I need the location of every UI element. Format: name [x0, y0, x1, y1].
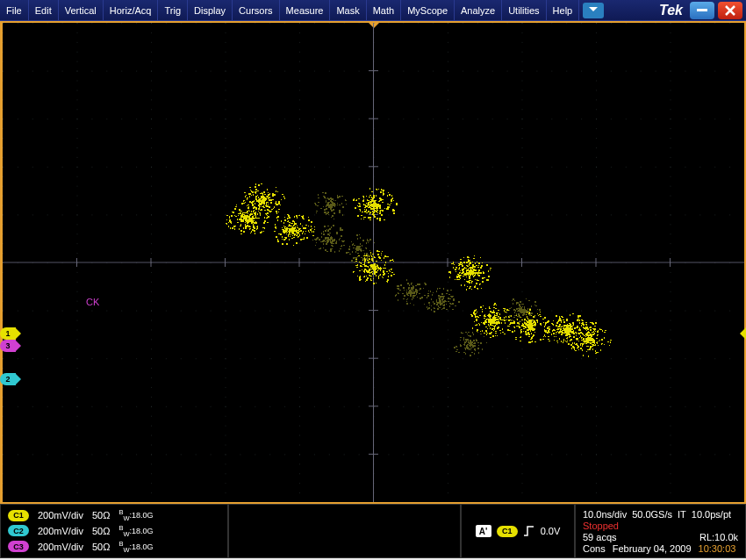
- spacer-panel: [228, 504, 461, 558]
- close-icon: [725, 5, 735, 16]
- ch1-badge: C1: [8, 510, 29, 521]
- brand-logo: Tek: [659, 3, 690, 18]
- menu-analyze[interactable]: Analyze: [455, 0, 502, 21]
- ch3-term: 50Ω: [92, 542, 110, 552]
- ch3-badge: C3: [8, 541, 29, 552]
- readout-bar: C1 200mV/div 50Ω BW:18.0G C2 200mV/div 5…: [0, 504, 746, 558]
- ch2-badge: C2: [8, 525, 29, 536]
- menu-horiz-acq[interactable]: Horiz/Acq: [104, 0, 159, 21]
- ch1-readout-row[interactable]: C1 200mV/div 50Ω BW:18.0G: [8, 508, 220, 522]
- minimize-button[interactable]: [690, 2, 714, 19]
- waveform-data: [3, 23, 744, 502]
- menu-display[interactable]: Display: [188, 0, 233, 21]
- menu-math[interactable]: Math: [367, 0, 401, 21]
- channel-readout-panel: C1 200mV/div 50Ω BW:18.0G C2 200mV/div 5…: [0, 504, 228, 558]
- menu-mask[interactable]: Mask: [330, 0, 366, 21]
- menu-help[interactable]: Help: [547, 0, 580, 21]
- acq-state: Stopped: [583, 521, 738, 531]
- ch2-readout-row[interactable]: C2 200mV/div 50Ω BW:18.0G: [8, 524, 220, 538]
- menu-dropdown-button[interactable]: [583, 3, 604, 18]
- svg-rect-0: [697, 9, 707, 11]
- ch2-term: 50Ω: [92, 526, 110, 536]
- trigger-a-badge: A': [476, 525, 491, 537]
- minimize-icon: [697, 9, 707, 11]
- trigger-level: 0.0V: [541, 526, 561, 536]
- menu-measure[interactable]: Measure: [280, 0, 331, 21]
- timebase-status-panel[interactable]: 10.0ns/div 50.0GS/s IT 10.0ps/pt Stopped…: [575, 504, 746, 558]
- timebase-line: 10.0ns/div 50.0GS/s IT 10.0ps/pt: [583, 509, 738, 520]
- menu-cursors[interactable]: Cursors: [233, 0, 280, 21]
- menu-edit[interactable]: Edit: [29, 0, 59, 21]
- acq-count-line: 59 acqsRL:10.0k: [583, 532, 738, 542]
- ch1-vdiv: 200mV/div: [38, 510, 83, 521]
- rising-edge-icon: [523, 525, 535, 537]
- menu-utilities[interactable]: Utilities: [502, 0, 546, 21]
- trigger-source-badge: C1: [497, 526, 518, 537]
- menubar: File Edit Vertical Horiz/Acq Trig Displa…: [0, 0, 746, 21]
- menu-myscope[interactable]: MyScope: [401, 0, 455, 21]
- ch2-vdiv: 200mV/div: [38, 526, 83, 536]
- ch1-term: 50Ω: [92, 510, 110, 521]
- menu-vertical[interactable]: Vertical: [59, 0, 104, 21]
- ch3-vdiv: 200mV/div: [38, 542, 83, 552]
- ch3-readout-row[interactable]: C3 200mV/div 50Ω BW:18.0G: [8, 540, 220, 554]
- trigger-readout-panel[interactable]: A' C1 0.0V: [461, 504, 575, 558]
- datetime-line: Cons February 04, 2009 10:30:03: [583, 543, 738, 554]
- menu-file[interactable]: File: [0, 0, 29, 21]
- waveform-graticule[interactable]: CK 1 3 2: [0, 21, 746, 504]
- menu-trig[interactable]: Trig: [158, 0, 188, 21]
- ch3-bw: BW:18.0G: [118, 540, 153, 554]
- ch1-bw: BW:18.0G: [118, 508, 153, 522]
- close-button[interactable]: [718, 2, 742, 19]
- ch2-bw: BW:18.0G: [118, 524, 153, 538]
